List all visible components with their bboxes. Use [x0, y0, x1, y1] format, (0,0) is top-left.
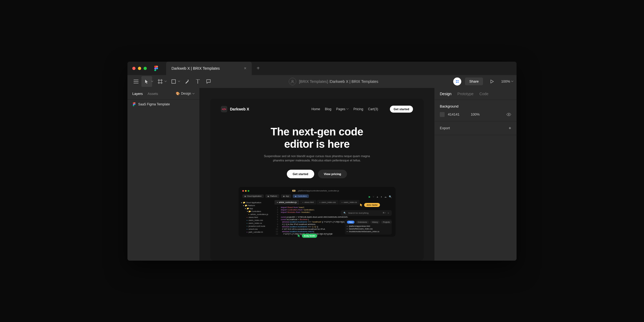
hero-cta-primary[interactable]: Get started: [287, 170, 314, 178]
background-opacity[interactable]: 100%: [471, 112, 480, 116]
prototype-tab[interactable]: Prototype: [458, 92, 474, 96]
svg-point-3: [456, 80, 457, 81]
tree-item[interactable]: ▸ 📁 App: [241, 207, 271, 210]
svg-point-4: [458, 80, 459, 81]
collaborator-cursor-1: John Carter: [360, 203, 380, 207]
code-line: 5const projectID = 'b7801d6-8a66-4be4-a4…: [273, 216, 396, 218]
nav-pages[interactable]: Pages: [336, 107, 349, 111]
breadcrumb-item[interactable]: ▦Controllers: [293, 194, 309, 198]
frame-tool[interactable]: [155, 76, 166, 87]
editor-bottom-panel: FilesExtensionsHistoryProjects ▪/platfor…: [345, 219, 392, 235]
editor-filepath: JS ...platform/app/controllers/article_c…: [292, 190, 339, 192]
tree-item[interactable]: ▪ path_cotroller.rb: [241, 231, 271, 234]
website-frame: </> Darkweb X Home Blog Pages Pricing Ca…: [210, 99, 424, 261]
hero-subtitle: Suspendisse sed sit non blandit augue cu…: [263, 154, 371, 163]
background-section: Background 414141 100%: [434, 100, 517, 121]
layer-item[interactable]: SaaS Figma Template: [127, 100, 199, 109]
svg-point-8: [508, 114, 509, 115]
add-export-button[interactable]: +: [509, 126, 511, 131]
warn-icon: ▲: [376, 195, 379, 198]
close-window-icon[interactable]: [132, 67, 136, 70]
user-avatar[interactable]: [453, 77, 461, 86]
share-button[interactable]: Share: [465, 77, 483, 85]
menu-button[interactable]: [131, 76, 141, 87]
code-tab[interactable]: Code: [480, 92, 488, 96]
figma-window: Darkweb X | BRIX Templates × +: [127, 62, 517, 261]
nav-blog[interactable]: Blog: [325, 107, 331, 111]
breadcrumb-item[interactable]: ▦Cloud Application: [242, 194, 264, 198]
design-tab[interactable]: Design: [440, 92, 452, 96]
file-tab-item[interactable]: ▪views.html: [300, 200, 316, 205]
pen-tool[interactable]: [182, 76, 192, 87]
chevron-down-icon[interactable]: [151, 81, 154, 82]
svg-rect-1: [172, 80, 175, 83]
rectangle-tool[interactable]: [168, 76, 179, 87]
toolbar: [BRIX Templates] /Darkweb X | BRIX Templ…: [127, 75, 517, 88]
owner-avatar-icon: [289, 78, 296, 85]
file-tab[interactable]: Darkweb X | BRIX Templates ×: [166, 62, 252, 75]
search-icon: 🔍: [389, 195, 392, 198]
bottom-row[interactable]: ▪/platform/apps/views.html: [347, 225, 390, 228]
export-title: Export: [440, 126, 450, 130]
file-tab-item[interactable]: ▪users_index.cs: [339, 200, 360, 205]
traffic-lights: [132, 67, 147, 70]
nav-cta-button[interactable]: Get started: [390, 106, 413, 113]
move-tool[interactable]: [141, 76, 152, 87]
chevron-down-icon[interactable]: [178, 81, 181, 82]
page-picker[interactable]: 🎨Design: [176, 92, 195, 95]
canvas[interactable]: </> Darkweb X Home Blog Pages Pricing Ca…: [199, 88, 434, 261]
layers-tab[interactable]: Layers: [132, 92, 143, 96]
main-area: Layers Assets 🎨Design SaaS Figma Templat…: [127, 88, 517, 261]
tree-item[interactable]: ▸ 📁 Cloud Application: [241, 201, 271, 204]
tree-item[interactable]: ▪ users_index.css: [241, 219, 271, 222]
file-tab-item[interactable]: ▪article_controllers.js: [275, 200, 299, 205]
file-tree: ▸ 📁 Cloud Application▸ 📁 Platform▸ 📁 App…: [239, 200, 273, 237]
minimize-window-icon[interactable]: [138, 67, 141, 70]
hero-buttons: Get started View pricing: [287, 170, 347, 178]
search-icon: 🔍: [343, 212, 346, 214]
brand-text: Darkweb X: [230, 107, 249, 111]
bottom-tab[interactable]: Files: [347, 221, 355, 224]
text-tool[interactable]: [192, 76, 203, 87]
branch-icon: ⑂: [373, 195, 374, 198]
breadcrumb-prefix: [BRIX Templates] /: [299, 79, 330, 84]
present-button[interactable]: [487, 76, 497, 87]
bottom-tab[interactable]: History: [370, 221, 380, 224]
maximize-window-icon[interactable]: [144, 67, 147, 70]
tree-item[interactable]: ▪ views.html: [241, 216, 271, 219]
breadcrumb[interactable]: [BRIX Templates] /Darkweb X | BRIX Templ…: [214, 78, 453, 85]
tree-item[interactable]: ▪ article_controllers.js: [241, 213, 271, 216]
tree-item[interactable]: ▪ unsort.css: [241, 228, 271, 231]
layers-panel: Layers Assets 🎨Design SaaS Figma Templat…: [127, 88, 199, 261]
comment-tool[interactable]: [203, 76, 214, 87]
close-icon[interactable]: ×: [388, 212, 389, 214]
background-swatch[interactable]: [440, 112, 445, 117]
tree-item[interactable]: ▸ 📁 Platform: [241, 204, 271, 207]
nav-cart[interactable]: Cart(3): [368, 107, 378, 111]
tree-item[interactable]: ▪ users_index.cs: [241, 222, 271, 225]
bottom-tab[interactable]: Extensions: [356, 221, 369, 224]
tree-item[interactable]: ▾ 📂 Controllers: [241, 210, 271, 213]
chevron-down-icon[interactable]: [164, 81, 167, 82]
hero-cta-secondary[interactable]: View pricing: [318, 170, 347, 178]
breadcrumb-item[interactable]: ▦App: [281, 194, 291, 198]
close-tab-icon[interactable]: ×: [244, 66, 246, 71]
file-tab-item[interactable]: ▪users_index.css: [317, 200, 338, 205]
background-hex[interactable]: 414141: [448, 112, 459, 116]
site-brand: </> Darkweb X: [221, 106, 249, 112]
play-icon: ▶: [369, 195, 371, 198]
bottom-tab[interactable]: Projects: [381, 221, 391, 224]
nav-pricing[interactable]: Pricing: [353, 107, 363, 111]
zoom-dropdown[interactable]: 100%: [501, 79, 513, 83]
background-title: Background: [440, 104, 511, 108]
new-tab-button[interactable]: +: [257, 65, 260, 71]
export-section: Export +: [434, 121, 517, 135]
nav-home[interactable]: Home: [312, 107, 320, 111]
assets-tab[interactable]: Assets: [148, 92, 158, 96]
breadcrumb-item[interactable]: ▦Platform: [265, 194, 279, 198]
visibility-icon[interactable]: [506, 113, 511, 116]
figma-logo-icon: [154, 66, 158, 71]
bottom-row[interactable]: ▪/models/nodes/views/users_index.cs: [347, 230, 390, 233]
bottom-row[interactable]: ▪/assets/files/users_index.css: [347, 228, 390, 230]
tree-item[interactable]: ▪ proactor.conf.node: [241, 225, 271, 228]
